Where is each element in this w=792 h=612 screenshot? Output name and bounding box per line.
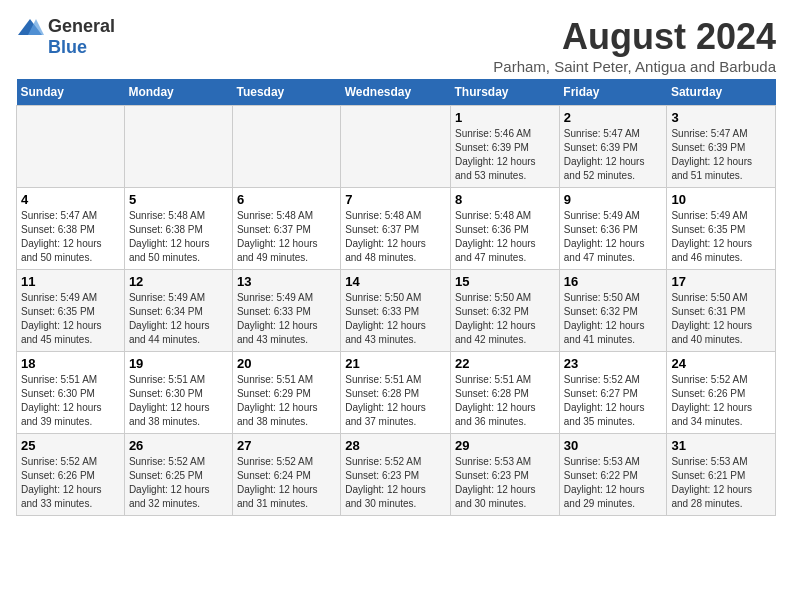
day-number: 29 — [455, 438, 555, 453]
empty-cell — [232, 106, 340, 188]
day-info: Sunrise: 5:49 AM Sunset: 6:36 PM Dayligh… — [564, 209, 663, 265]
weekday-header-row: SundayMondayTuesdayWednesdayThursdayFrid… — [17, 79, 776, 106]
day-info: Sunrise: 5:51 AM Sunset: 6:28 PM Dayligh… — [455, 373, 555, 429]
calendar-day-cell: 9Sunrise: 5:49 AM Sunset: 6:36 PM Daylig… — [559, 188, 667, 270]
page-header: General Blue August 2024 Parham, Saint P… — [16, 16, 776, 75]
day-number: 8 — [455, 192, 555, 207]
day-number: 30 — [564, 438, 663, 453]
day-number: 12 — [129, 274, 228, 289]
day-info: Sunrise: 5:52 AM Sunset: 6:27 PM Dayligh… — [564, 373, 663, 429]
day-number: 28 — [345, 438, 446, 453]
calendar-table: SundayMondayTuesdayWednesdayThursdayFrid… — [16, 79, 776, 516]
logo-icon — [16, 17, 44, 37]
calendar-day-cell: 11Sunrise: 5:49 AM Sunset: 6:35 PM Dayli… — [17, 270, 125, 352]
month-title: August 2024 — [493, 16, 776, 58]
empty-cell — [341, 106, 451, 188]
calendar-day-cell: 18Sunrise: 5:51 AM Sunset: 6:30 PM Dayli… — [17, 352, 125, 434]
calendar-day-cell: 22Sunrise: 5:51 AM Sunset: 6:28 PM Dayli… — [451, 352, 560, 434]
day-number: 11 — [21, 274, 120, 289]
calendar-day-cell: 6Sunrise: 5:48 AM Sunset: 6:37 PM Daylig… — [232, 188, 340, 270]
day-info: Sunrise: 5:48 AM Sunset: 6:36 PM Dayligh… — [455, 209, 555, 265]
day-number: 7 — [345, 192, 446, 207]
calendar-day-cell: 23Sunrise: 5:52 AM Sunset: 6:27 PM Dayli… — [559, 352, 667, 434]
logo-general: General — [48, 16, 115, 37]
empty-cell — [17, 106, 125, 188]
day-number: 20 — [237, 356, 336, 371]
day-number: 26 — [129, 438, 228, 453]
calendar-day-cell: 15Sunrise: 5:50 AM Sunset: 6:32 PM Dayli… — [451, 270, 560, 352]
day-info: Sunrise: 5:48 AM Sunset: 6:38 PM Dayligh… — [129, 209, 228, 265]
calendar-day-cell: 16Sunrise: 5:50 AM Sunset: 6:32 PM Dayli… — [559, 270, 667, 352]
day-number: 5 — [129, 192, 228, 207]
calendar-day-cell: 20Sunrise: 5:51 AM Sunset: 6:29 PM Dayli… — [232, 352, 340, 434]
day-info: Sunrise: 5:50 AM Sunset: 6:32 PM Dayligh… — [564, 291, 663, 347]
day-number: 31 — [671, 438, 771, 453]
day-number: 4 — [21, 192, 120, 207]
location-title: Parham, Saint Peter, Antigua and Barbuda — [493, 58, 776, 75]
day-info: Sunrise: 5:52 AM Sunset: 6:23 PM Dayligh… — [345, 455, 446, 511]
day-number: 24 — [671, 356, 771, 371]
calendar-day-cell: 26Sunrise: 5:52 AM Sunset: 6:25 PM Dayli… — [124, 434, 232, 516]
calendar-day-cell: 5Sunrise: 5:48 AM Sunset: 6:38 PM Daylig… — [124, 188, 232, 270]
calendar-day-cell: 13Sunrise: 5:49 AM Sunset: 6:33 PM Dayli… — [232, 270, 340, 352]
day-info: Sunrise: 5:53 AM Sunset: 6:22 PM Dayligh… — [564, 455, 663, 511]
calendar-day-cell: 30Sunrise: 5:53 AM Sunset: 6:22 PM Dayli… — [559, 434, 667, 516]
day-number: 19 — [129, 356, 228, 371]
day-info: Sunrise: 5:50 AM Sunset: 6:31 PM Dayligh… — [671, 291, 771, 347]
day-info: Sunrise: 5:51 AM Sunset: 6:28 PM Dayligh… — [345, 373, 446, 429]
day-info: Sunrise: 5:49 AM Sunset: 6:34 PM Dayligh… — [129, 291, 228, 347]
calendar-day-cell: 28Sunrise: 5:52 AM Sunset: 6:23 PM Dayli… — [341, 434, 451, 516]
calendar-week-row: 11Sunrise: 5:49 AM Sunset: 6:35 PM Dayli… — [17, 270, 776, 352]
day-info: Sunrise: 5:52 AM Sunset: 6:26 PM Dayligh… — [21, 455, 120, 511]
calendar-day-cell: 19Sunrise: 5:51 AM Sunset: 6:30 PM Dayli… — [124, 352, 232, 434]
day-info: Sunrise: 5:51 AM Sunset: 6:30 PM Dayligh… — [129, 373, 228, 429]
day-info: Sunrise: 5:49 AM Sunset: 6:35 PM Dayligh… — [21, 291, 120, 347]
day-info: Sunrise: 5:47 AM Sunset: 6:39 PM Dayligh… — [671, 127, 771, 183]
weekday-header-wednesday: Wednesday — [341, 79, 451, 106]
day-number: 16 — [564, 274, 663, 289]
day-info: Sunrise: 5:53 AM Sunset: 6:23 PM Dayligh… — [455, 455, 555, 511]
calendar-day-cell: 17Sunrise: 5:50 AM Sunset: 6:31 PM Dayli… — [667, 270, 776, 352]
day-number: 17 — [671, 274, 771, 289]
day-number: 21 — [345, 356, 446, 371]
calendar-day-cell: 8Sunrise: 5:48 AM Sunset: 6:36 PM Daylig… — [451, 188, 560, 270]
calendar-week-row: 1Sunrise: 5:46 AM Sunset: 6:39 PM Daylig… — [17, 106, 776, 188]
logo-blue: Blue — [48, 37, 87, 58]
title-section: August 2024 Parham, Saint Peter, Antigua… — [493, 16, 776, 75]
day-number: 27 — [237, 438, 336, 453]
calendar-day-cell: 4Sunrise: 5:47 AM Sunset: 6:38 PM Daylig… — [17, 188, 125, 270]
day-info: Sunrise: 5:50 AM Sunset: 6:32 PM Dayligh… — [455, 291, 555, 347]
day-info: Sunrise: 5:48 AM Sunset: 6:37 PM Dayligh… — [345, 209, 446, 265]
day-number: 22 — [455, 356, 555, 371]
weekday-header-tuesday: Tuesday — [232, 79, 340, 106]
day-number: 14 — [345, 274, 446, 289]
logo: General Blue — [16, 16, 115, 58]
calendar-day-cell: 3Sunrise: 5:47 AM Sunset: 6:39 PM Daylig… — [667, 106, 776, 188]
day-info: Sunrise: 5:47 AM Sunset: 6:39 PM Dayligh… — [564, 127, 663, 183]
day-info: Sunrise: 5:47 AM Sunset: 6:38 PM Dayligh… — [21, 209, 120, 265]
calendar-day-cell: 27Sunrise: 5:52 AM Sunset: 6:24 PM Dayli… — [232, 434, 340, 516]
day-info: Sunrise: 5:49 AM Sunset: 6:35 PM Dayligh… — [671, 209, 771, 265]
calendar-day-cell: 10Sunrise: 5:49 AM Sunset: 6:35 PM Dayli… — [667, 188, 776, 270]
empty-cell — [124, 106, 232, 188]
calendar-day-cell: 31Sunrise: 5:53 AM Sunset: 6:21 PM Dayli… — [667, 434, 776, 516]
day-info: Sunrise: 5:52 AM Sunset: 6:25 PM Dayligh… — [129, 455, 228, 511]
calendar-day-cell: 2Sunrise: 5:47 AM Sunset: 6:39 PM Daylig… — [559, 106, 667, 188]
day-info: Sunrise: 5:52 AM Sunset: 6:24 PM Dayligh… — [237, 455, 336, 511]
day-number: 13 — [237, 274, 336, 289]
calendar-week-row: 4Sunrise: 5:47 AM Sunset: 6:38 PM Daylig… — [17, 188, 776, 270]
day-number: 6 — [237, 192, 336, 207]
day-number: 10 — [671, 192, 771, 207]
calendar-day-cell: 14Sunrise: 5:50 AM Sunset: 6:33 PM Dayli… — [341, 270, 451, 352]
day-number: 15 — [455, 274, 555, 289]
calendar-day-cell: 29Sunrise: 5:53 AM Sunset: 6:23 PM Dayli… — [451, 434, 560, 516]
calendar-week-row: 18Sunrise: 5:51 AM Sunset: 6:30 PM Dayli… — [17, 352, 776, 434]
calendar-day-cell: 1Sunrise: 5:46 AM Sunset: 6:39 PM Daylig… — [451, 106, 560, 188]
calendar-day-cell: 12Sunrise: 5:49 AM Sunset: 6:34 PM Dayli… — [124, 270, 232, 352]
calendar-day-cell: 24Sunrise: 5:52 AM Sunset: 6:26 PM Dayli… — [667, 352, 776, 434]
day-info: Sunrise: 5:53 AM Sunset: 6:21 PM Dayligh… — [671, 455, 771, 511]
calendar-week-row: 25Sunrise: 5:52 AM Sunset: 6:26 PM Dayli… — [17, 434, 776, 516]
calendar-day-cell: 7Sunrise: 5:48 AM Sunset: 6:37 PM Daylig… — [341, 188, 451, 270]
weekday-header-friday: Friday — [559, 79, 667, 106]
day-number: 23 — [564, 356, 663, 371]
